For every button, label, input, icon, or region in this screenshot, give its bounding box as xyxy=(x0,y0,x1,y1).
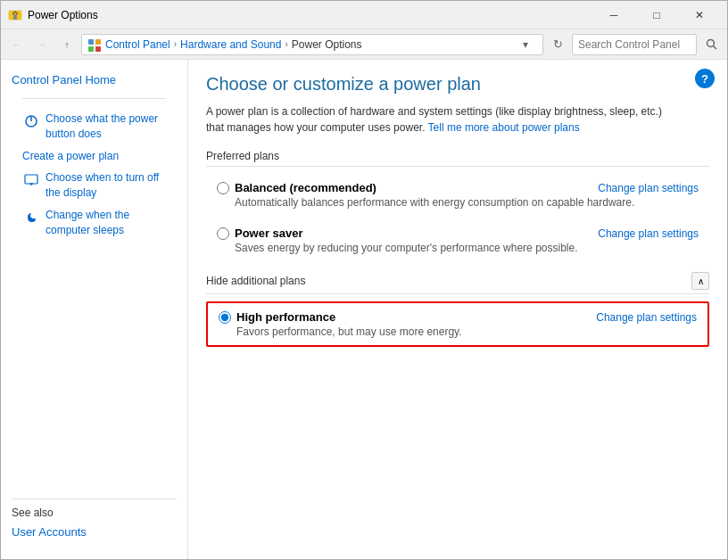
plan-high-performance-name: High performance xyxy=(236,310,335,324)
svg-rect-5 xyxy=(95,46,101,52)
refresh-button[interactable]: ↻ xyxy=(547,34,568,55)
svg-rect-10 xyxy=(25,175,37,184)
address-bar: ← → ↑ Control Panel › Hardware and Sound… xyxy=(1,29,727,60)
help-button[interactable]: ? xyxy=(695,69,715,88)
sidebar-section: Control Panel Home Choose what the power… xyxy=(1,70,187,242)
breadcrumb-dropdown-icon[interactable]: ▾ xyxy=(523,38,537,51)
svg-rect-3 xyxy=(95,39,101,45)
plan-high-performance-change-link[interactable]: Change plan settings xyxy=(596,311,697,324)
content-area: ? Choose or customize a power plan A pow… xyxy=(188,60,727,559)
see-also-label: See also xyxy=(12,506,177,519)
sidebar-divider-1 xyxy=(22,98,166,99)
plan-balanced-radio[interactable] xyxy=(217,182,229,194)
up-button[interactable]: ↑ xyxy=(56,34,78,55)
back-button[interactable]: ← xyxy=(6,34,28,55)
sidebar-item-power-button-label: Choose what the power button does xyxy=(46,111,177,142)
plan-balanced-name: Balanced (recommended) xyxy=(235,181,376,194)
sidebar-item-power-button[interactable]: Choose what the power button does xyxy=(12,108,177,145)
plan-power-saver-change-link[interactable]: Change plan settings xyxy=(598,227,699,240)
title-bar: Power Options ─ □ ✕ xyxy=(1,1,727,29)
plan-high-performance-label[interactable]: High performance xyxy=(219,310,335,324)
sidebar-bottom: See also User Accounts xyxy=(1,491,187,548)
content-description: A power plan is a collection of hardware… xyxy=(206,103,679,136)
search-icon xyxy=(706,38,717,50)
sidebar-divider-2 xyxy=(12,498,177,499)
plan-high-performance-description: Favors performance, but may use more ene… xyxy=(236,325,697,338)
plan-item-high-performance: High performance Change plan settings Fa… xyxy=(206,301,709,347)
main-window: Power Options ─ □ ✕ ← → ↑ Control Panel … xyxy=(0,0,728,560)
sidebar-item-user-accounts[interactable]: User Accounts xyxy=(12,523,177,541)
breadcrumb-current: Power Options xyxy=(292,38,362,51)
plan-power-saver-label[interactable]: Power saver xyxy=(217,226,303,240)
forward-button[interactable]: → xyxy=(31,34,53,55)
window-icon xyxy=(8,8,22,22)
plan-balanced-description: Automatically balances performance with … xyxy=(235,196,699,209)
sidebar-item-turn-off-display-label: Choose when to turn off the display xyxy=(46,170,177,201)
sidebar-item-control-panel-home[interactable]: Control Panel Home xyxy=(12,70,177,89)
plan-power-saver-radio[interactable] xyxy=(217,227,229,240)
maximize-button[interactable]: □ xyxy=(636,1,677,29)
sidebar-item-create-plan[interactable]: Create a power plan xyxy=(12,145,177,168)
svg-line-7 xyxy=(713,46,716,50)
sidebar: Control Panel Home Choose what the power… xyxy=(1,60,188,559)
search-button[interactable] xyxy=(700,34,722,55)
page-title: Choose or customize a power plan xyxy=(206,74,709,95)
breadcrumb-section[interactable]: Hardware and Sound xyxy=(180,38,281,51)
search-input[interactable] xyxy=(572,34,697,55)
window-title: Power Options xyxy=(28,9,593,21)
main-content: Control Panel Home Choose what the power… xyxy=(1,60,727,559)
sidebar-item-computer-sleeps[interactable]: Change when the computer sleeps xyxy=(12,204,177,242)
control-panel-icon xyxy=(87,37,102,52)
display-icon xyxy=(22,171,40,189)
svg-rect-1 xyxy=(13,14,17,20)
description-link[interactable]: Tell me more about power plans xyxy=(428,121,580,134)
close-button[interactable]: ✕ xyxy=(679,1,720,29)
breadcrumb: Control Panel › Hardware and Sound › Pow… xyxy=(81,34,543,55)
plan-balanced-label[interactable]: Balanced (recommended) xyxy=(217,181,376,194)
preferred-plans-header: Preferred plans xyxy=(206,150,709,167)
plan-item-power-saver: Power saver Change plan settings Saves e… xyxy=(206,219,709,261)
plan-high-performance-radio[interactable] xyxy=(219,311,231,324)
plan-power-saver-description: Saves energy by reducing your computer's… xyxy=(235,242,699,254)
window-controls: ─ □ ✕ xyxy=(593,1,720,29)
sidebar-item-create-plan-label: Create a power plan xyxy=(22,149,119,164)
plan-item-balanced: Balanced (recommended) Change plan setti… xyxy=(206,174,709,216)
svg-rect-4 xyxy=(88,46,94,52)
breadcrumb-root[interactable]: Control Panel xyxy=(105,38,170,51)
svg-point-6 xyxy=(707,40,714,47)
power-button-icon xyxy=(22,112,40,130)
collapse-plans-button[interactable]: ∧ xyxy=(691,272,709,290)
plan-balanced-change-link[interactable]: Change plan settings xyxy=(598,182,699,194)
svg-rect-2 xyxy=(88,39,94,45)
sleep-icon xyxy=(22,209,40,226)
hide-plans-header: Hide additional plans ∧ xyxy=(206,272,709,294)
plan-power-saver-name: Power saver xyxy=(235,226,303,240)
sidebar-item-computer-sleeps-label: Change when the computer sleeps xyxy=(46,208,177,238)
minimize-button[interactable]: ─ xyxy=(593,1,634,29)
hide-plans-label: Hide additional plans xyxy=(206,275,305,287)
sidebar-item-turn-off-display[interactable]: Choose when to turn off the display xyxy=(12,167,177,204)
